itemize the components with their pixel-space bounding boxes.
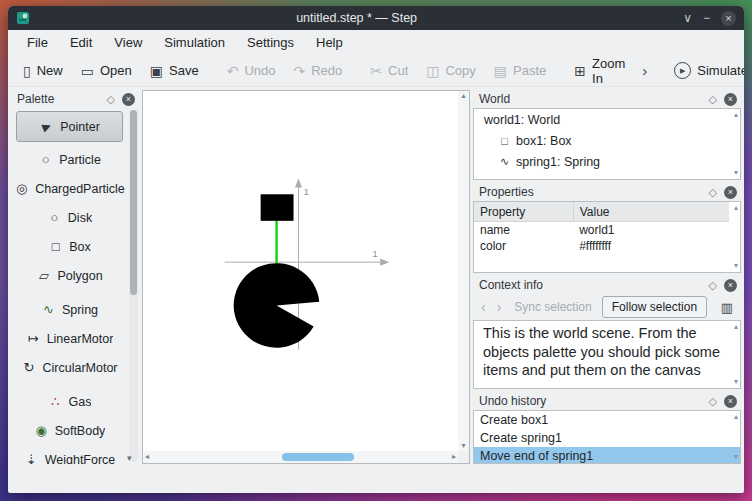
palette-item-spring[interactable]: ∿Spring [11,295,128,324]
paste-button[interactable]: ▤Paste [485,59,555,82]
weight-force-icon: ⇣ [24,453,39,464]
float-panel-icon[interactable]: ◇ [709,186,717,199]
palette-item-box[interactable]: □Box [11,232,128,261]
close-window-icon[interactable]: × [721,11,736,26]
float-panel-icon[interactable]: ◇ [709,395,717,408]
scroll-right-icon[interactable]: ▸ [452,453,456,461]
close-panel-icon[interactable]: × [724,279,737,292]
paste-icon: ▤ [494,64,507,78]
tree-item-box1[interactable]: □box1: Box [474,130,740,151]
disk-shape[interactable] [234,263,320,348]
new-button[interactable]: ▯New [14,59,72,82]
redo-button[interactable]: ↷Redo [284,59,351,82]
undo-button[interactable]: ↶Undo [218,59,285,82]
canvas-scene[interactable]: 1 1 [143,91,458,451]
undo-item[interactable]: Create spring1 [474,429,740,447]
world1-label: world1: World [484,113,560,127]
properties-column-header[interactable]: Value [573,202,729,222]
cut-label: Cut [388,63,408,78]
simulate-button[interactable]: ▶Simulate▾ [665,58,744,83]
desktop-background: untitled.step * — Step ∨ − × FileEditVie… [0,0,752,501]
palette-item-disk[interactable]: ○Disk [11,203,128,232]
palette-scroll-thumb[interactable] [130,110,137,295]
scroll-up-icon[interactable]: ▴ [734,111,738,119]
close-panel-icon[interactable]: × [724,93,737,106]
close-panel-icon[interactable]: × [724,395,737,408]
copy-button[interactable]: ◫Copy [417,59,485,82]
box1-shape[interactable] [261,194,294,221]
undo-item[interactable]: Create box1 [474,411,740,429]
canvas-vertical-scrollbar[interactable]: ▴ ▾ [458,91,469,451]
back-icon[interactable]: ‹ [478,299,489,315]
forward-icon[interactable]: › [494,299,505,315]
palette-item-pointer[interactable]: ▶Pointer [16,111,123,142]
open-button[interactable]: ▭Open [72,59,141,82]
scroll-down-icon[interactable]: ▾ [734,262,738,270]
scroll-up-icon[interactable]: ▴ [734,413,738,421]
palette-scrollbar[interactable]: ▾ [129,110,138,462]
menu-edit[interactable]: Edit [59,32,103,53]
shade-window-icon[interactable]: ∨ [683,12,692,24]
property-row[interactable]: color#ffffffff [474,238,729,254]
close-x: × [126,95,131,104]
minimize-window-icon[interactable]: − [703,12,710,24]
toolbar-overflow-icon[interactable]: › [634,62,655,79]
tree-item-spring1[interactable]: ∿spring1: Spring [474,151,740,172]
palette-item-circular-motor[interactable]: ↻CircularMotor [11,353,128,382]
linear-motor-icon: ↦ [26,332,41,345]
undo-item[interactable]: Move end of spring1 [474,447,740,464]
menu-settings[interactable]: Settings [236,32,305,53]
status-bar [8,467,744,493]
undo-list-box: Create box1Create spring1Move end of spr… [473,410,741,464]
x-axis-arrow [380,259,389,266]
context-panel-header: Context info ◇ × [473,276,741,294]
canvas-hscroll-thumb[interactable] [282,453,354,461]
world-canvas[interactable]: 1 1 ▴ ▾ ◂ ▸ [142,90,470,464]
menu-simulation[interactable]: Simulation [153,32,236,53]
cut-button[interactable]: ✂Cut [361,59,417,82]
scroll-down-icon[interactable]: ▾ [734,453,738,461]
palette-item-gas[interactable]: ∴Gas [11,387,128,416]
titlebar[interactable]: untitled.step * — Step ∨ − × [8,6,744,30]
property-row[interactable]: nameworld1 [474,222,729,239]
property-value-cell[interactable]: world1 [573,222,729,239]
scroll-up-icon[interactable]: ▴ [734,323,738,331]
redo-icon: ↷ [293,64,305,78]
scroll-up-icon[interactable]: ▴ [461,92,465,100]
float-panel-icon[interactable]: ◇ [709,279,717,292]
context-toolbar: ‹ › Sync selection Follow selection ▥ [473,294,741,320]
palette-item-weight-force[interactable]: ⇣WeightForce [11,445,128,464]
sync-selection-button[interactable]: Sync selection [509,297,596,317]
scroll-up-icon[interactable]: ▴ [734,204,738,212]
save-button[interactable]: ▣Save [141,59,208,82]
box-icon: □ [48,240,63,253]
property-value-cell[interactable]: #ffffffff [573,238,729,254]
close-panel-icon[interactable]: × [122,93,135,106]
scroll-down-icon[interactable]: ▾ [734,378,738,386]
scroll-down-icon[interactable]: ▾ [734,169,738,177]
scroll-left-icon[interactable]: ◂ [145,453,149,461]
step-window: untitled.step * — Step ∨ − × FileEditVie… [8,6,744,493]
context-sidebar-icon[interactable]: ▥ [718,300,736,315]
palette-item-linear-motor[interactable]: ↦LinearMotor [11,324,128,353]
right-dock-column: World ◇ × world1: World□box1: Box∿spring… [473,90,741,464]
properties-column-header[interactable]: Property [474,202,573,222]
close-panel-icon[interactable]: × [724,186,737,199]
tree-item-world1[interactable]: world1: World [474,109,740,130]
menu-help[interactable]: Help [305,32,354,53]
palette-item-soft-body[interactable]: ◉SoftBody [11,416,128,445]
menu-view[interactable]: View [103,32,153,53]
palette-item-particle[interactable]: ○Particle [11,145,128,174]
scroll-down-icon[interactable]: ▾ [461,442,465,450]
palette-scroll-down-icon[interactable]: ▾ [127,453,132,463]
palette-item-polygon[interactable]: ▱Polygon [11,261,128,290]
pointer-icon: ▶ [38,119,56,135]
canvas-horizontal-scrollbar[interactable]: ◂ ▸ [143,451,458,463]
palette-item-charged-particle[interactable]: ◎ChargedParticle [11,174,128,203]
float-panel-icon[interactable]: ◇ [107,93,115,106]
zoom-in-button[interactable]: ⊞Zoom In [565,52,634,90]
follow-selection-button[interactable]: Follow selection [602,296,707,318]
float-panel-icon[interactable]: ◇ [709,93,717,106]
gas-icon: ∴ [48,395,63,408]
menu-file[interactable]: File [16,32,59,53]
